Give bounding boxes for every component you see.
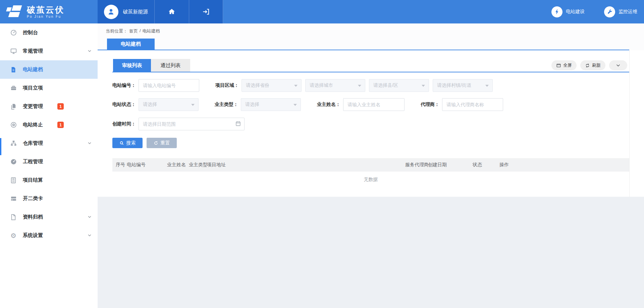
nav-station-build-label: 电站建设 xyxy=(566,9,585,15)
calculator-icon xyxy=(10,177,17,184)
filter-row-3: 创建时间： xyxy=(112,118,245,130)
reset-button[interactable]: 重置 xyxy=(147,138,177,148)
filter-row-2: 电站状态： 请选择 业主类型： 请选择 业主姓名： 代理商： xyxy=(112,98,503,111)
tab-passed-list[interactable]: 通过列表 xyxy=(151,59,190,72)
sidebar-item-change-mgmt[interactable]: 变更管理 1 xyxy=(0,97,98,116)
select-caret-icon xyxy=(485,85,489,87)
sidebar-item-system-settings[interactable]: ⚙ 系统设置 xyxy=(0,226,98,245)
sidebar-item-data-archive[interactable]: 资料归档 xyxy=(0,208,98,226)
station-status-label: 电站状态： xyxy=(112,102,136,108)
notification-badge: 1 xyxy=(57,122,64,128)
province-select[interactable]: 请选择省份 xyxy=(241,79,302,92)
sidebar: 控制台 常规管理 电站建档 项目立项 变更管理 1 电站终止 1 xyxy=(0,23,98,308)
sidebar-item-station-filing[interactable]: 电站建档 xyxy=(0,60,98,79)
sidebar-item-project-settlement[interactable]: 项目结算 xyxy=(0,171,98,189)
station-status-select[interactable]: 请选择 xyxy=(139,98,199,111)
home-icon xyxy=(168,8,176,16)
owner-name-input[interactable] xyxy=(343,98,405,111)
owner-name-label: 业主姓名： xyxy=(317,102,340,108)
nav-monitor-ops-label: 监控运维 xyxy=(619,9,637,15)
main-content: 当前位置： 首页 / 电站建档 电站建档 审核列表 通过列表 全屏 xyxy=(98,23,644,308)
sidebar-item-label: 常规管理 xyxy=(23,48,43,54)
sidebar-item-warehouse-mgmt[interactable]: 仓库管理 xyxy=(0,134,98,152)
chevron-down-icon xyxy=(616,63,621,68)
brand-title: 破茧云伏 xyxy=(27,5,64,14)
tab-review-list[interactable]: 审核列表 xyxy=(113,59,151,72)
page-tab-station-filing[interactable]: 电站建档 xyxy=(107,39,155,50)
col-station-no: 电站编号 xyxy=(127,162,167,168)
breadcrumb-home-link[interactable]: 首页 xyxy=(129,28,138,34)
station-no-input[interactable] xyxy=(139,79,199,92)
chevron-down-icon xyxy=(88,141,92,145)
home-button[interactable] xyxy=(155,0,189,23)
owner-type-placeholder: 请选择 xyxy=(245,102,259,108)
fullscreen-button[interactable]: 全屏 xyxy=(551,60,577,70)
nav-monitor-ops[interactable]: 监控运维 xyxy=(604,6,637,17)
select-caret-icon xyxy=(293,104,297,106)
user-menu[interactable]: 破茧新能源 xyxy=(98,0,155,23)
notification-badge: 1 xyxy=(57,103,64,110)
province-placeholder: 请选择省份 xyxy=(246,82,269,88)
city-placeholder: 请选择城市 xyxy=(310,82,333,88)
owner-type-select[interactable]: 请选择 xyxy=(241,98,301,111)
breadcrumb-current: 电站建档 xyxy=(143,28,160,34)
col-owner-type: 业主类型 xyxy=(189,162,207,168)
logout-button[interactable] xyxy=(189,0,223,23)
sidebar-item-label: 项目立项 xyxy=(23,85,43,91)
company-name: 破茧新能源 xyxy=(123,9,148,15)
gauge-icon xyxy=(10,29,17,37)
copy-pages-icon xyxy=(10,103,17,110)
date-range-input[interactable] xyxy=(139,118,245,130)
agent-input[interactable] xyxy=(442,98,503,111)
collapse-toggle-button[interactable] xyxy=(609,60,627,70)
bank-card-icon xyxy=(10,195,17,202)
sidebar-item-label: 变更管理 xyxy=(23,103,43,110)
search-label: 搜索 xyxy=(126,140,136,146)
select-caret-icon xyxy=(358,85,361,87)
breadcrumb: 当前位置： 首页 / 电站建档 xyxy=(106,28,162,34)
document-icon xyxy=(10,66,17,73)
brand-logo: 破茧云伏 Po Jian Yun Fu xyxy=(0,0,98,23)
gear-icon: ⚙ xyxy=(10,232,17,239)
sidebar-item-label: 开二类卡 xyxy=(23,195,43,202)
reset-label: 重置 xyxy=(161,140,170,146)
nav-station-build[interactable]: 电站建设 xyxy=(551,6,585,17)
wrench-icon xyxy=(604,6,615,17)
sidebar-item-project-initiation[interactable]: 项目立项 xyxy=(0,79,98,97)
fullscreen-label: 全屏 xyxy=(563,62,572,68)
refresh-label: 刷新 xyxy=(592,62,601,68)
chevron-down-icon xyxy=(88,215,92,219)
chevron-down-icon xyxy=(88,49,92,53)
city-select[interactable]: 请选择城市 xyxy=(305,79,365,92)
col-owner-name: 业主姓名 xyxy=(167,162,189,168)
region-label: 项目区域： xyxy=(215,82,239,88)
village-select[interactable]: 请选择村镇/街道 xyxy=(433,79,493,92)
panel-actions: 全屏 刷新 xyxy=(548,60,627,70)
refresh-icon xyxy=(585,63,590,68)
county-select[interactable]: 请选择县/区 xyxy=(369,79,429,92)
table-empty-state: 无数据 xyxy=(112,172,629,188)
col-create-date: 创建日期 xyxy=(428,162,473,168)
breadcrumb-prefix: 当前位置： xyxy=(106,28,127,34)
status-placeholder: 请选择 xyxy=(143,102,157,108)
agent-label: 代理商： xyxy=(421,102,439,108)
sidebar-item-general-mgmt[interactable]: 常规管理 xyxy=(0,42,98,60)
brand-logo-icon xyxy=(6,5,22,18)
sidebar-item-engineering-mgmt[interactable]: 工程管理 xyxy=(0,152,98,171)
sidebar-item-dashboard[interactable]: 控制台 xyxy=(0,23,98,42)
col-project-address: 项目地址 xyxy=(207,162,405,168)
col-service-agent: 服务代理商 xyxy=(405,162,428,168)
col-index: 序号 xyxy=(116,162,127,168)
refresh-button[interactable]: 刷新 xyxy=(580,60,605,70)
brand-subtitle: Po Jian Yun Fu xyxy=(27,15,64,18)
sidebar-item-label: 仓库管理 xyxy=(23,140,43,146)
sidebar-item-open-class2-card[interactable]: 开二类卡 xyxy=(0,189,98,208)
owner-type-label: 业主类型： xyxy=(215,102,238,108)
select-caret-icon xyxy=(422,85,425,87)
search-button[interactable]: 搜索 xyxy=(112,138,143,148)
sidebar-item-label: 控制台 xyxy=(23,29,38,36)
sidebar-item-station-termination[interactable]: 电站终止 1 xyxy=(0,116,98,134)
filter-row-1: 电站编号： 项目区域： 请选择省份 请选择城市 请选择县/区 请选择村镇/街道 xyxy=(112,79,493,92)
sidebar-scrollbar[interactable] xyxy=(0,138,1,155)
user-avatar-icon xyxy=(104,5,118,19)
